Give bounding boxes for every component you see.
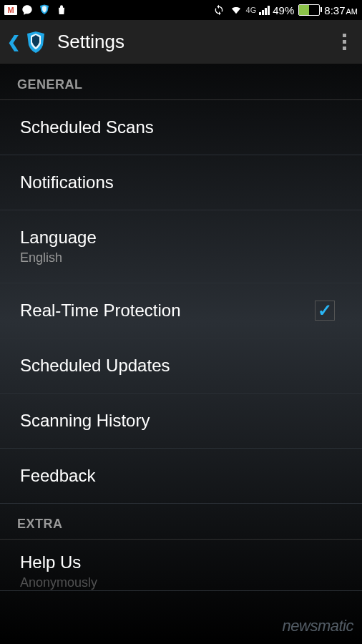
section-header-extra: EXTRA <box>0 504 362 540</box>
item-title: Real-Time Protection <box>20 301 181 321</box>
network-4g-label: 4G <box>246 6 257 14</box>
item-title: Feedback <box>20 466 95 486</box>
overflow-menu-button[interactable] <box>333 34 355 50</box>
list-item-scheduled-scans[interactable]: Scheduled Scans <box>0 100 362 155</box>
list-item-feedback[interactable]: Feedback <box>0 449 362 504</box>
item-title: Scheduled Updates <box>20 356 170 376</box>
hangouts-icon <box>20 3 34 17</box>
sync-icon <box>212 3 226 17</box>
item-title: Scanning History <box>20 411 150 431</box>
list-item-language[interactable]: Language English <box>0 210 362 283</box>
list-item-help-us[interactable]: Help Us Anonymously <box>0 540 362 591</box>
signal-icon <box>259 5 270 15</box>
section-header-general: GENERAL <box>0 64 362 100</box>
item-subtitle: Anonymously <box>20 575 97 590</box>
status-left-icons: M <box>4 3 69 17</box>
chevron-left-icon: ❮ <box>7 33 20 52</box>
malwarebytes-logo-icon <box>23 29 49 55</box>
item-subtitle: English <box>20 250 97 265</box>
realtime-protection-checkbox[interactable]: ✓ <box>315 301 335 321</box>
item-title: Scheduled Scans <box>20 117 154 137</box>
action-bar: ❮ Settings <box>0 20 362 64</box>
list-item-scheduled-updates[interactable]: Scheduled Updates <box>0 338 362 394</box>
list-item-realtime-protection[interactable]: Real-Time Protection ✓ <box>0 283 362 338</box>
status-right-icons: 4G 49% 8:37AM <box>212 3 358 17</box>
wifi-icon <box>229 3 243 17</box>
status-time: 8:37AM <box>324 4 358 16</box>
item-title: Notifications <box>20 172 114 192</box>
item-title: Language <box>20 228 97 248</box>
gmail-icon: M <box>4 5 17 15</box>
status-bar: M 4G 49% 8:37AM <box>0 0 362 20</box>
item-title: Help Us <box>20 552 97 572</box>
shopping-icon <box>54 3 69 17</box>
list-item-scanning-history[interactable]: Scanning History <box>0 394 362 449</box>
back-button[interactable]: ❮ <box>7 29 57 55</box>
watermark: newsmatic <box>283 617 353 635</box>
page-title: Settings <box>57 31 333 53</box>
battery-icon <box>298 4 320 16</box>
list-item-notifications[interactable]: Notifications <box>0 155 362 210</box>
malwarebytes-status-icon <box>37 3 52 17</box>
checkmark-icon: ✓ <box>318 301 332 321</box>
battery-percent: 49% <box>273 4 294 16</box>
